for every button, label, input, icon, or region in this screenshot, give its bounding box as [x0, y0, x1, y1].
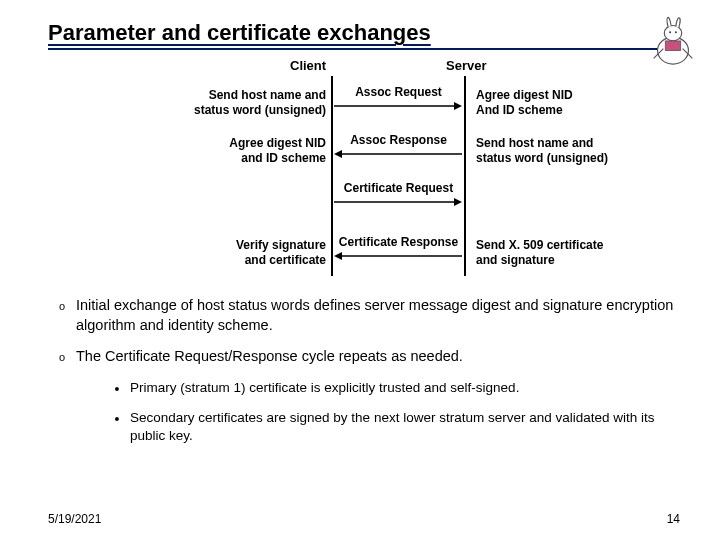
bullet-marker: •: [104, 409, 130, 445]
message-label: Assoc Response: [333, 133, 464, 147]
server-lifeline: [464, 76, 466, 276]
svg-marker-8: [334, 150, 342, 158]
svg-point-2: [669, 31, 671, 33]
server-action-text: Send host name andstatus word (unsigned): [476, 136, 696, 166]
sub-list-item: • Secondary certificates are signed by t…: [104, 409, 680, 445]
server-action-text: Agree digest NIDAnd ID scheme: [476, 88, 696, 118]
arrow-right-icon: [334, 197, 462, 207]
arrow-right-icon: [334, 101, 462, 111]
sub-bullet-text: Secondary certificates are signed by the…: [130, 409, 680, 445]
sub-list-item: • Primary (stratum 1) certificate is exp…: [104, 379, 680, 399]
message-label: Assoc Request: [333, 85, 464, 99]
svg-marker-6: [454, 102, 462, 110]
svg-marker-12: [334, 252, 342, 260]
client-column-label: Client: [290, 58, 326, 73]
bullet-list: o Initial exchange of host status words …: [48, 296, 680, 445]
bullet-marker: o: [48, 347, 76, 367]
list-item: o Initial exchange of host status words …: [48, 296, 680, 335]
sub-bullet-text: Primary (stratum 1) certificate is expli…: [130, 379, 680, 399]
page-title: Parameter and certificate exchanges: [48, 20, 680, 46]
svg-point-3: [675, 31, 677, 33]
message-label: Certificate Response: [333, 235, 464, 249]
arrow-left-icon: [334, 149, 462, 159]
bullet-text: Initial exchange of host status words de…: [76, 296, 680, 335]
sequence-diagram: Client Server Send host name andstatus w…: [48, 58, 680, 288]
list-item: o The Certificate Request/Response cycle…: [48, 347, 680, 367]
client-action-text: Send host name andstatus word (unsigned): [126, 88, 326, 118]
server-column-label: Server: [446, 58, 486, 73]
client-action-text: Agree digest NIDand ID scheme: [126, 136, 326, 166]
message-label: Certificate Request: [333, 181, 464, 195]
client-action-text: Verify signatureand certificate: [126, 238, 326, 268]
bullet-text: The Certificate Request/Response cycle r…: [76, 347, 680, 367]
bullet-marker: •: [104, 379, 130, 399]
svg-rect-4: [665, 41, 680, 51]
arrow-left-icon: [334, 251, 462, 261]
footer-page-number: 14: [667, 512, 680, 526]
server-action-text: Send X. 509 certificateand signature: [476, 238, 696, 268]
bullet-marker: o: [48, 296, 76, 335]
footer-date: 5/19/2021: [48, 512, 101, 526]
svg-point-1: [664, 25, 681, 40]
svg-marker-10: [454, 198, 462, 206]
